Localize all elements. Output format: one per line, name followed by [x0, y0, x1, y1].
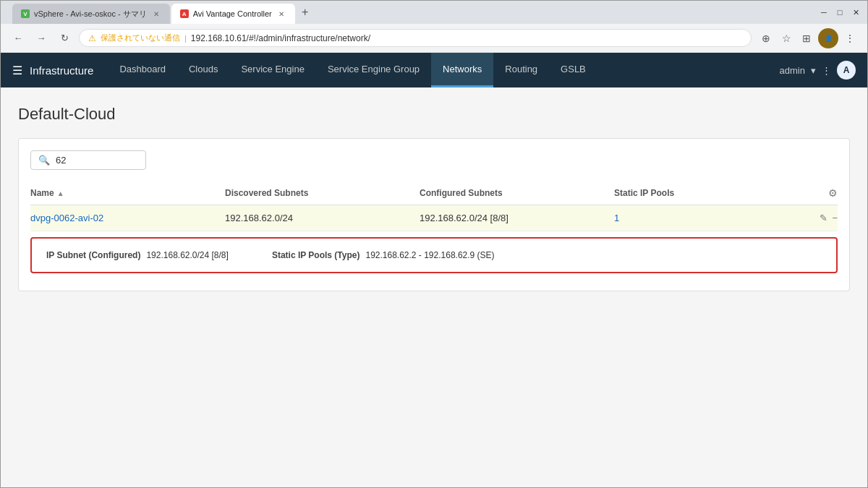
minimize-button[interactable]: ─	[818, 7, 830, 18]
static-pools-detail: Static IP Pools (Type) 192.168.62.2 - 19…	[272, 250, 495, 260]
address-input[interactable]: ⚠ 保護されていない通信 | 192.168.10.61/#!/admin/in…	[79, 29, 752, 47]
extensions-icon[interactable]: ⊞	[798, 30, 815, 47]
admin-username: admin	[780, 65, 805, 76]
browser-window: V vSphere - Avi-se-oskoc - サマリ ✕ A Avi V…	[0, 0, 868, 488]
browser-toolbar: ⊕ ☆ ⊞ 👤 ⋮	[757, 28, 859, 48]
col-header-static[interactable]: Static IP Pools	[614, 188, 809, 198]
col-configured-label: Configured Subnets	[420, 188, 503, 198]
nav-item-clouds-label: Clouds	[189, 64, 218, 74]
row-discovered: 192.168.62.0/24	[225, 213, 420, 223]
delete-icon[interactable]: −	[832, 213, 838, 223]
search-bar[interactable]: 🔍	[30, 150, 146, 170]
main-content: Default-Cloud 🔍 Name ▲ Discovered Subnet…	[1, 87, 867, 487]
row-name-text: dvpg-0062-avi-02	[30, 213, 103, 223]
tab-avi[interactable]: A Avi Vantage Controller ✕	[171, 4, 295, 24]
nav-item-dashboard[interactable]: Dashboard	[108, 53, 177, 87]
maximize-button[interactable]: □	[834, 7, 846, 18]
app-brand: ☰ Infrastructure	[12, 64, 93, 77]
security-warning-icon: ⚠	[88, 33, 96, 43]
nav-item-routing[interactable]: Routing	[493, 53, 549, 87]
tab-vsphere[interactable]: V vSphere - Avi-se-oskoc - サマリ ✕	[12, 4, 170, 24]
nav-item-service-engine-group-label: Service Engine Group	[328, 64, 420, 74]
row-configured-text: 192.168.62.0/24 [8/8]	[420, 213, 509, 223]
col-static-label: Static IP Pools	[614, 188, 674, 198]
warning-text: 保護されていない通信	[101, 33, 180, 43]
tab-bar: V vSphere - Avi-se-oskoc - サマリ ✕ A Avi V…	[7, 1, 812, 24]
table-row: dvpg-0062-avi-02 192.168.62.0/24 192.168…	[30, 205, 838, 231]
row-actions: ✎ −	[809, 213, 838, 223]
nav-item-networks-label: Networks	[443, 64, 482, 74]
url-text: 192.168.10.61/#!/admin/infrastructure/ne…	[191, 33, 370, 43]
nav-item-gslb-label: GSLB	[561, 64, 586, 74]
bookmark-icon[interactable]: ☆	[778, 30, 795, 47]
col-header-actions: ⚙	[809, 187, 838, 199]
tab-vsphere-label: vSphere - Avi-se-oskoc - サマリ	[34, 9, 147, 20]
ip-subnet-detail: IP Subnet (Configured) 192.168.62.0/24 […	[46, 250, 229, 260]
nav-item-gslb[interactable]: GSLB	[549, 53, 597, 87]
nav-item-service-engine-label: Service Engine	[241, 64, 304, 74]
col-header-discovered[interactable]: Discovered Subnets	[225, 188, 420, 198]
settings-gear-icon[interactable]: ⚙	[828, 187, 838, 199]
row-name[interactable]: dvpg-0062-avi-02	[30, 213, 225, 223]
ip-subnet-label: IP Subnet (Configured)	[46, 250, 140, 260]
tab-avi-label: Avi Vantage Controller	[193, 9, 272, 18]
nav-item-dashboard-label: Dashboard	[119, 64, 166, 74]
col-discovered-label: Discovered Subnets	[225, 188, 308, 198]
row-static: 1	[614, 213, 809, 223]
avi-logo: A	[837, 61, 856, 80]
window-controls: ─ □ ✕	[818, 7, 861, 18]
nav-item-service-engine-group[interactable]: Service Engine Group	[316, 53, 431, 87]
app-nav: ☰ Infrastructure Dashboard Clouds Servic…	[1, 53, 867, 87]
search-icon: 🔍	[38, 155, 50, 166]
back-button[interactable]: ←	[9, 30, 27, 47]
tab-add-button[interactable]: +	[297, 4, 314, 21]
address-bar: ← → ↻ ⚠ 保護されていない通信 | 192.168.10.61/#!/ad…	[1, 24, 867, 53]
table-header: Name ▲ Discovered Subnets Configured Sub…	[30, 181, 838, 205]
ip-subnet-value: 192.168.62.0/24 [8/8]	[146, 250, 228, 260]
forward-button[interactable]: →	[33, 30, 50, 47]
search-input[interactable]	[56, 155, 138, 166]
user-chevron-icon[interactable]: ▾	[811, 65, 816, 76]
col-header-configured[interactable]: Configured Subnets	[420, 188, 614, 198]
nav-item-service-engine[interactable]: Service Engine	[229, 53, 315, 87]
nav-item-clouds[interactable]: Clouds	[177, 53, 229, 87]
static-pools-value: 192.168.62.2 - 192.168.62.9 (SE)	[365, 250, 494, 260]
refresh-button[interactable]: ↻	[56, 30, 73, 47]
col-name-label: Name	[30, 188, 54, 198]
nav-right: admin ▾ ⋮ A	[780, 61, 856, 80]
row-static-text: 1	[614, 213, 619, 223]
browser-more-icon[interactable]: ⋮	[841, 30, 859, 47]
close-button[interactable]: ✕	[850, 7, 861, 18]
edit-icon[interactable]: ✎	[820, 213, 827, 223]
user-profile-icon[interactable]: 👤	[818, 28, 838, 48]
title-bar: V vSphere - Avi-se-oskoc - サマリ ✕ A Avi V…	[1, 1, 867, 24]
nav-item-networks[interactable]: Networks	[431, 53, 493, 87]
row-discovered-text: 192.168.62.0/24	[225, 213, 293, 223]
static-pools-label: Static IP Pools (Type)	[272, 250, 360, 260]
sort-arrow-icon: ▲	[57, 189, 64, 197]
translate-icon[interactable]: ⊕	[757, 30, 775, 47]
nav-item-routing-label: Routing	[505, 64, 537, 74]
page-title: Default-Cloud	[18, 105, 850, 124]
hamburger-menu[interactable]: ☰	[12, 64, 22, 77]
tab-vsphere-close[interactable]: ✕	[151, 9, 161, 19]
expanded-detail: IP Subnet (Configured) 192.168.62.0/24 […	[30, 237, 838, 273]
table-body: dvpg-0062-avi-02 192.168.62.0/24 192.168…	[30, 205, 838, 273]
content-card: 🔍 Name ▲ Discovered Subnets Configured S…	[18, 138, 850, 291]
nav-items: Dashboard Clouds Service Engine Service …	[108, 53, 597, 87]
nav-more-icon[interactable]: ⋮	[822, 65, 831, 76]
col-header-name[interactable]: Name ▲	[30, 188, 225, 198]
app-brand-label: Infrastructure	[30, 64, 93, 77]
row-configured: 192.168.62.0/24 [8/8]	[420, 213, 614, 223]
tab-avi-close[interactable]: ✕	[276, 9, 286, 19]
